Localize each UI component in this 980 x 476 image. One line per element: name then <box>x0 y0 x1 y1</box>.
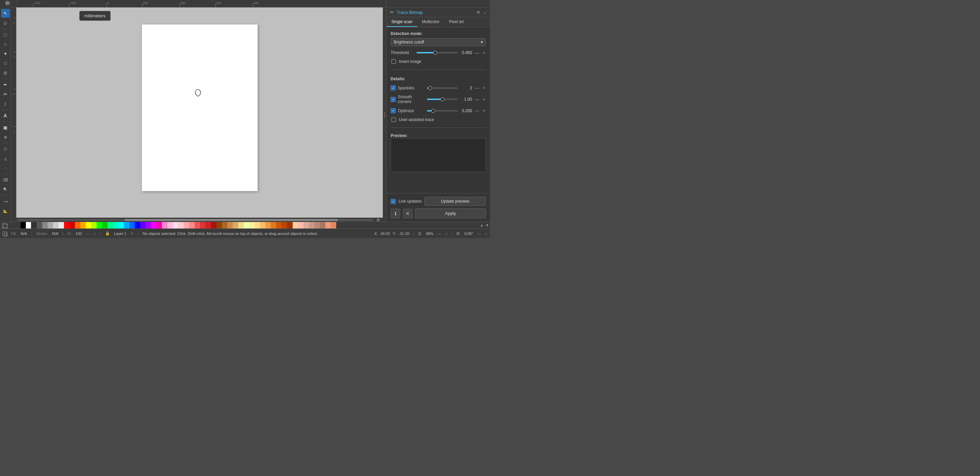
eraser-tool[interactable]: ⌫ <box>1 175 10 184</box>
panel-splitter[interactable] <box>383 8 386 222</box>
text-tool[interactable]: A <box>1 111 10 120</box>
color-swatch[interactable] <box>314 222 320 228</box>
smooth-corners-increment[interactable]: + <box>482 97 486 102</box>
color-swatch[interactable] <box>80 222 86 228</box>
color-swatch[interactable] <box>298 222 304 228</box>
rotation-decrement[interactable]: — <box>477 232 481 236</box>
color-swatch[interactable] <box>53 222 59 228</box>
star-tool[interactable]: ✦ <box>1 49 10 58</box>
color-swatch-red[interactable] <box>64 222 69 228</box>
update-preview-button[interactable]: Update preview <box>424 197 486 206</box>
color-swatch[interactable] <box>75 222 80 228</box>
color-swatch[interactable] <box>255 222 260 228</box>
opacity-decrement[interactable]: — <box>86 232 89 236</box>
calligraphy-tool[interactable]: ∫ <box>1 99 10 108</box>
panel-close-button[interactable]: ✕ <box>476 10 480 15</box>
color-swatch-green[interactable] <box>97 222 102 228</box>
fill-indicator[interactable] <box>2 223 7 228</box>
canvas-area[interactable]: millimeters <box>16 8 383 217</box>
color-swatch[interactable] <box>184 222 189 228</box>
smooth-corners-slider[interactable] <box>427 98 458 100</box>
color-swatch[interactable] <box>216 222 222 228</box>
color-swatch[interactable] <box>325 222 331 228</box>
color-swatch[interactable] <box>173 222 178 228</box>
color-swatch[interactable] <box>195 222 200 228</box>
rect-tool[interactable]: □ <box>1 30 10 39</box>
speckles-thumb[interactable] <box>428 86 432 90</box>
color-swatch-white[interactable] <box>26 222 31 228</box>
color-swatch[interactable] <box>304 222 309 228</box>
color-swatch[interactable] <box>69 222 75 228</box>
panel-expand-button[interactable]: ⌄ <box>483 10 487 14</box>
circle-tool[interactable]: ○ <box>1 40 10 49</box>
optimize-slider[interactable] <box>427 110 458 111</box>
speckles-decrement[interactable]: — <box>474 86 480 90</box>
color-swatch[interactable] <box>200 222 205 228</box>
layer-target-icon[interactable]: ⊙ <box>130 231 134 236</box>
color-swatch[interactable] <box>271 222 276 228</box>
spray-tool[interactable]: ∴ <box>1 163 10 172</box>
threshold-increment[interactable]: + <box>482 51 486 55</box>
measure-tool[interactable]: 📐 <box>1 206 10 215</box>
color-swatch[interactable] <box>162 222 167 228</box>
color-swatch[interactable] <box>124 222 129 228</box>
color-swatch[interactable] <box>37 222 42 228</box>
speckles-slider[interactable] <box>427 87 458 89</box>
threshold-thumb[interactable] <box>433 51 437 55</box>
zoom-decrement[interactable]: — <box>437 232 441 236</box>
palette-scroll-up[interactable]: ▲ <box>479 222 485 228</box>
color-swatch[interactable] <box>287 222 293 228</box>
apply-button[interactable]: Apply <box>415 208 486 218</box>
color-swatch[interactable] <box>205 222 211 228</box>
optimize-thumb[interactable] <box>431 109 435 113</box>
smooth-corners-checkbox[interactable]: ✓ <box>391 97 396 102</box>
smooth-corners-decrement[interactable]: — <box>474 97 480 102</box>
color-swatch-cyan[interactable] <box>118 222 124 228</box>
tab-multicolor[interactable]: Multicolor <box>417 17 444 27</box>
color-swatch[interactable] <box>167 222 173 228</box>
speckles-checkbox[interactable]: ✓ <box>391 85 396 90</box>
zoom-increment[interactable]: + <box>445 232 447 236</box>
color-swatch[interactable] <box>233 222 238 228</box>
connector-tool[interactable]: ⟿ <box>1 197 10 206</box>
color-swatch[interactable] <box>293 222 298 228</box>
color-swatch[interactable] <box>266 222 271 228</box>
speckles-increment[interactable]: + <box>482 86 486 90</box>
color-swatch[interactable] <box>331 222 336 228</box>
color-swatch[interactable] <box>129 222 135 228</box>
zoom-tool[interactable]: 🔍 <box>1 185 10 194</box>
color-swatch[interactable] <box>243 222 249 228</box>
optimize-decrement[interactable]: — <box>474 108 480 113</box>
color-swatch[interactable] <box>140 222 146 228</box>
eyedropper-tool[interactable]: ⬡ <box>1 144 10 153</box>
color-swatch[interactable] <box>42 222 48 228</box>
color-swatch[interactable] <box>282 222 287 228</box>
detection-mode-dropdown[interactable]: Brightness cutoff ▾ <box>391 38 486 46</box>
color-swatch[interactable] <box>48 222 53 228</box>
color-swatch-magenta[interactable] <box>151 222 156 228</box>
horizontal-scrollbar[interactable]: ⊛ <box>16 217 383 222</box>
threshold-slider[interactable] <box>417 52 458 53</box>
color-swatch[interactable] <box>260 222 266 228</box>
cancel-button[interactable]: ✕ <box>403 209 412 218</box>
color-swatch[interactable] <box>276 222 282 228</box>
color-swatch[interactable] <box>59 222 64 228</box>
opacity-increment[interactable]: + <box>94 232 95 236</box>
color-swatch[interactable] <box>113 222 118 228</box>
color-swatch[interactable] <box>238 222 243 228</box>
info-button[interactable]: ℹ <box>391 209 400 218</box>
mesh-tool[interactable]: ⊞ <box>1 133 10 141</box>
tab-pixel-art[interactable]: Pixel art <box>444 17 468 27</box>
color-swatch-yellow[interactable] <box>86 222 91 228</box>
threshold-decrement[interactable]: — <box>474 51 480 55</box>
lock-icon[interactable]: 🔒 <box>105 231 110 236</box>
color-swatch[interactable] <box>222 222 227 228</box>
rotation-increment[interactable]: + <box>485 232 487 236</box>
optimize-checkbox[interactable]: ✓ <box>391 108 396 113</box>
color-swatch[interactable] <box>102 222 108 228</box>
palette-scroll-down[interactable]: ▼ <box>485 222 490 228</box>
user-assisted-checkbox[interactable] <box>391 117 396 122</box>
color-swatch[interactable] <box>189 222 195 228</box>
color-swatch[interactable] <box>249 222 255 228</box>
pencil-tool[interactable]: ✏ <box>1 90 10 98</box>
